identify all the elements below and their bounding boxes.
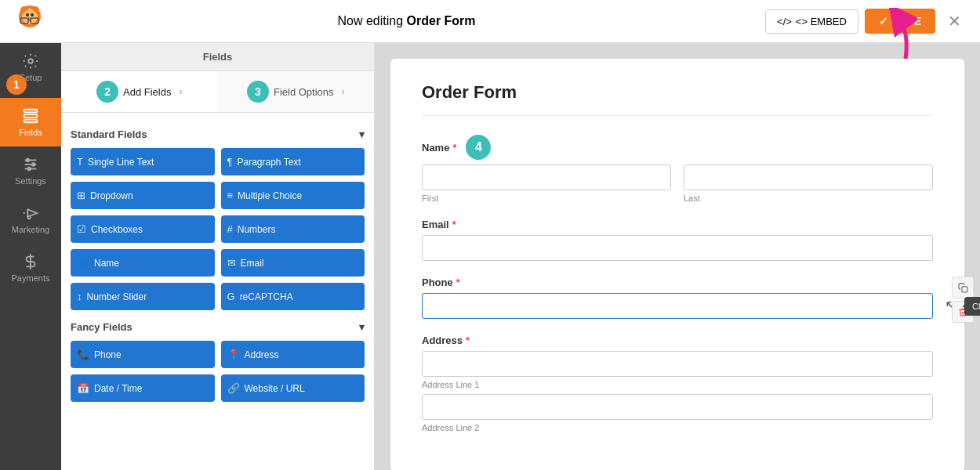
save-button[interactable]: ✓ SAVE — [865, 9, 935, 34]
field-btn-dropdown[interactable]: ⊞ Dropdown — [71, 182, 215, 209]
email-field-group[interactable]: Email * — [422, 219, 933, 261]
svg-point-6 — [26, 13, 29, 16]
address-line2-label: Address Line 2 — [422, 423, 933, 432]
fields-icon — [22, 107, 39, 125]
email-required-star: * — [452, 219, 456, 230]
last-name-col: Last — [684, 164, 933, 203]
name-fields-row: First Last — [422, 164, 933, 203]
embed-button[interactable]: </> <> EMBED — [765, 9, 858, 34]
sidebar-item-fields[interactable]: Fields — [0, 98, 61, 146]
address-icon: 📍 — [227, 349, 240, 360]
field-btn-website-url[interactable]: 🔗 Website / URL — [221, 374, 365, 402]
sidebar-item-payments[interactable]: Payments — [0, 244, 61, 292]
standard-fields-header[interactable]: Standard Fields ▾ — [71, 128, 365, 140]
tab1-arrow: › — [179, 86, 182, 97]
form-preview: Order Form Name * 4 First — [375, 43, 980, 470]
address-line1-label: Address Line 1 — [422, 380, 933, 389]
field-btn-name[interactable]: 👤 Name — [71, 249, 215, 277]
fancy-fields-grid: 📞 Phone 📍 Address 📅 Date / Time 🔗 Websit… — [71, 341, 365, 402]
first-label: First — [422, 193, 671, 203]
phone-field-group[interactable]: Phone * ↖ — [422, 277, 933, 319]
multiple-choice-icon: ≡ — [227, 190, 234, 201]
collapse-icon: ▾ — [359, 128, 365, 140]
field-btn-address[interactable]: 📍 Address — [221, 341, 365, 368]
tab-field-options[interactable]: 3 Field Options › — [218, 71, 375, 112]
last-label: Last — [684, 193, 933, 203]
phone-label: Phone * — [422, 277, 933, 288]
step4-badge: 4 — [466, 135, 491, 160]
email-input[interactable] — [422, 235, 933, 261]
top-bar: Now editing Order Form </> <> EMBED ✓ SA… — [0, 0, 980, 43]
field-btn-datetime[interactable]: 📅 Date / Time — [71, 374, 215, 402]
first-name-col: First — [422, 164, 671, 203]
name-icon: 👤 — [77, 257, 89, 269]
field-btn-recaptcha[interactable]: G reCAPTCHA — [221, 283, 365, 310]
last-name-input[interactable] — [684, 164, 933, 190]
tab2-arrow: › — [342, 86, 345, 97]
svg-point-23 — [27, 168, 31, 171]
address-field-group[interactable]: Address * Address Line 1 Address Line 2 — [422, 334, 933, 432]
website-icon: 🔗 — [227, 382, 240, 394]
step2-circle: 2 — [96, 81, 118, 103]
phone-required-star: * — [456, 277, 460, 288]
dollar-icon — [22, 253, 39, 270]
sidebar-item-marketing[interactable]: Marketing — [0, 195, 61, 244]
fields-tab-header: Fields — [61, 43, 374, 71]
svg-rect-15 — [24, 110, 38, 113]
fancy-fields-header[interactable]: Fancy Fields ▾ — [71, 321, 365, 333]
recaptcha-icon: G — [227, 291, 235, 302]
name-field-group[interactable]: Name * 4 First Last — [422, 135, 933, 203]
main-layout: Setup 1 Fields Settings — [0, 43, 980, 470]
field-btn-email[interactable]: ✉ Email — [221, 249, 365, 277]
svg-rect-16 — [24, 114, 38, 118]
svg-point-21 — [32, 163, 35, 166]
first-name-input[interactable] — [422, 164, 671, 190]
gear-icon — [22, 52, 39, 70]
fields-panel: Fields 2 Add Fields › 3 Field Options › … — [61, 43, 375, 470]
address-line1-input[interactable] — [422, 351, 933, 377]
numbers-icon: # — [227, 223, 233, 235]
copy-field-button[interactable] — [952, 277, 974, 298]
field-tooltip: Click to edit. Drag to reorder. — [964, 297, 980, 316]
field-btn-single-line-text[interactable]: T Single Line Text — [71, 148, 215, 175]
address-line2-input[interactable] — [422, 394, 933, 420]
field-btn-paragraph-text[interactable]: ¶ Paragraph Text — [221, 148, 365, 175]
page-title: Now editing Order Form — [338, 14, 476, 28]
form-title: Order Form — [422, 82, 933, 116]
checkboxes-icon: ☑ — [77, 223, 86, 235]
megaphone-icon — [22, 204, 39, 222]
field-btn-multiple-choice[interactable]: ≡ Multiple Choice — [221, 182, 365, 209]
email-label: Email * — [422, 219, 933, 230]
email-icon: ✉ — [227, 257, 236, 269]
copy-icon — [958, 283, 968, 293]
dropdown-icon: ⊞ — [77, 190, 85, 201]
close-button[interactable]: ✕ — [942, 9, 967, 34]
field-btn-number-slider[interactable]: ↕ Number Slider — [71, 283, 215, 310]
svg-point-7 — [31, 13, 34, 16]
step3-circle: 3 — [247, 81, 269, 103]
field-btn-checkboxes[interactable]: ☑ Checkboxes — [71, 215, 215, 243]
svg-point-19 — [27, 159, 30, 162]
tab-add-fields[interactable]: 2 Add Fields › — [61, 71, 218, 112]
name-label: Name * 4 — [422, 135, 933, 160]
svg-point-5 — [23, 9, 37, 24]
slider-icon: ↕ — [77, 291, 82, 302]
required-star: * — [452, 142, 456, 154]
svg-rect-25 — [961, 286, 967, 291]
address-required-star: * — [466, 334, 470, 346]
field-btn-numbers[interactable]: # Numbers — [221, 215, 365, 243]
fancy-collapse-icon: ▾ — [359, 321, 365, 333]
icon-sidebar: Setup 1 Fields Settings — [0, 43, 61, 470]
svg-point-14 — [28, 59, 33, 63]
field-btn-phone[interactable]: 📞 Phone — [71, 341, 215, 368]
datetime-icon: 📅 — [77, 382, 89, 394]
fields-content: Standard Fields ▾ T Single Line Text ¶ P… — [61, 113, 374, 470]
top-bar-actions: </> <> EMBED ✓ SAVE ✕ — [765, 9, 967, 34]
single-line-icon: T — [77, 156, 83, 168]
logo — [13, 2, 48, 41]
sliders-icon — [22, 156, 39, 173]
fields-sub-tabs: 2 Add Fields › 3 Field Options › — [61, 71, 374, 113]
svg-rect-17 — [24, 120, 38, 123]
sidebar-item-settings[interactable]: Settings — [0, 146, 61, 195]
phone-input[interactable] — [422, 293, 933, 319]
